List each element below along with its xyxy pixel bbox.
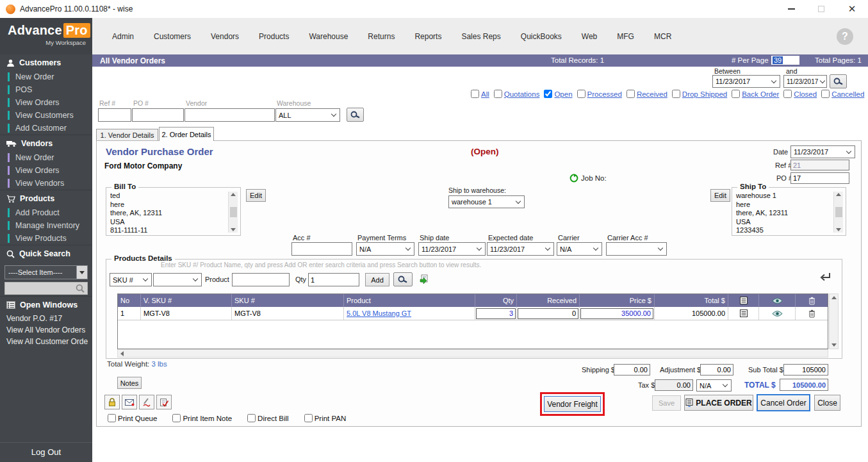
carrier-acc-select[interactable] — [606, 242, 667, 256]
filter-received[interactable]: Received — [626, 90, 667, 98]
filter-all[interactable]: All — [471, 90, 489, 98]
po-input[interactable] — [790, 172, 849, 184]
menu-products[interactable]: Products — [259, 32, 289, 41]
help-icon[interactable]: ? — [837, 28, 853, 45]
sidebar-item-add-customer[interactable]: Add Customer — [8, 122, 92, 135]
filter-open[interactable]: Open — [544, 90, 572, 98]
ref-search-input[interactable] — [98, 108, 131, 122]
close-window-button[interactable]: ✕ — [839, 0, 865, 18]
vendor-freight-button[interactable]: Vendor Freight — [544, 396, 601, 412]
row-view-button[interactable] — [759, 307, 796, 320]
sku-value-select[interactable] — [153, 273, 202, 286]
warehouse-select[interactable]: ALL — [275, 108, 340, 122]
per-page-input[interactable]: 39 — [771, 56, 799, 65]
direct-bill-checkbox[interactable] — [247, 414, 256, 422]
menu-admin[interactable]: Admin — [112, 32, 134, 41]
print-queue-option[interactable]: Print Queue — [108, 414, 157, 422]
vendor-search-input[interactable] — [184, 108, 275, 122]
menu-returns[interactable]: Returns — [368, 32, 395, 41]
filter-quotations[interactable]: Quotations — [494, 90, 540, 98]
sidebar-item-view-vendors[interactable]: View Vendors — [8, 177, 92, 190]
expected-date-select[interactable]: 11/23/2017 — [487, 242, 554, 256]
acc-input[interactable] — [291, 242, 352, 256]
row-delete-button[interactable] — [796, 307, 828, 320]
filter-cancelled-checkbox[interactable] — [821, 90, 830, 98]
print-item-note-checkbox[interactable] — [172, 414, 181, 422]
filter-received-checkbox[interactable] — [626, 90, 635, 98]
date-from-select[interactable]: 11/23/2017 — [712, 75, 780, 88]
filter-drop-shipped-checkbox[interactable] — [672, 90, 680, 98]
filter-cancelled[interactable]: Cancelled — [821, 90, 864, 98]
ship-to-warehouse-select[interactable]: warehouse 1 — [448, 195, 525, 208]
date-search-button[interactable] — [830, 74, 847, 88]
filter-processed[interactable]: Processed — [577, 90, 622, 98]
ship-to-scrollbar[interactable] — [833, 192, 843, 233]
place-order-button[interactable]: PLACE ORDER — [684, 395, 753, 411]
carrier-select[interactable]: N/A — [557, 242, 602, 256]
import-products-icon[interactable] — [419, 274, 429, 287]
menu-vendors[interactable]: Vendors — [211, 32, 239, 41]
payment-terms-select[interactable]: N/A — [356, 242, 414, 256]
filter-open-checkbox[interactable] — [544, 90, 552, 98]
po-search-input[interactable] — [132, 108, 184, 122]
notes-button[interactable]: Notes — [117, 377, 142, 389]
sidebar-item-view-customers[interactable]: View Customers — [8, 109, 92, 122]
filter-all-checkbox[interactable] — [471, 90, 479, 98]
menu-quickbooks[interactable]: QuickBooks — [521, 32, 562, 41]
table-vertical-scrollbar[interactable] — [829, 293, 839, 349]
orders-search-button[interactable] — [347, 108, 364, 122]
table-horizontal-scrollbar[interactable] — [117, 349, 828, 358]
logout-button[interactable]: Log Out — [0, 442, 92, 457]
filter-quotations-checkbox[interactable] — [494, 90, 502, 98]
direct-bill-option[interactable]: Direct Bill — [247, 414, 289, 422]
add-button[interactable]: Add — [365, 273, 389, 286]
menu-reports[interactable]: Reports — [414, 32, 441, 41]
open-window-vendor-po[interactable]: Vendor P.O. #17 — [0, 313, 92, 324]
sidebar-item-view-orders[interactable]: View Orders — [8, 96, 92, 109]
sidebar-header-vendors[interactable]: Vendors — [0, 135, 92, 151]
sidebar-item-vendor-new-order[interactable]: New Order — [8, 151, 92, 164]
print-pan-option[interactable]: Print PAN — [304, 414, 347, 422]
print-queue-checkbox[interactable] — [108, 414, 116, 422]
date-to-select[interactable]: 11/23/2017 — [783, 75, 827, 88]
ship-date-select[interactable]: 11/23/2017 — [418, 242, 486, 256]
order-date-select[interactable]: 11/23/2017 — [790, 145, 855, 158]
tab-vendor-details[interactable]: 1. Vendor Details — [96, 129, 158, 141]
minimize-button[interactable] — [778, 0, 804, 18]
print-check-button[interactable] — [156, 395, 172, 409]
cancel-order-button[interactable]: Cancel Order — [757, 394, 810, 411]
enter-icon[interactable] — [818, 272, 832, 286]
open-window-all-vendor-orders[interactable]: View All Vendor Orders — [0, 324, 92, 336]
cell-price[interactable]: 35000.00 — [580, 307, 655, 320]
quick-search-input[interactable] — [4, 282, 88, 295]
menu-web[interactable]: Web — [582, 32, 597, 41]
menu-warehouse[interactable]: Warehouse — [309, 32, 348, 41]
sidebar-item-view-products[interactable]: View Products — [8, 232, 92, 245]
tab-order-details[interactable]: 2. Order Details — [159, 127, 214, 141]
print-item-note-option[interactable]: Print Item Note — [172, 414, 232, 422]
menu-customers[interactable]: Customers — [154, 32, 191, 41]
tax-type-select[interactable]: N/A — [696, 379, 732, 392]
sidebar-item-pos[interactable]: POS — [8, 83, 92, 96]
signature-button[interactable] — [139, 395, 154, 409]
filter-drop-shipped[interactable]: Drop Shipped — [672, 90, 727, 98]
maximize-button[interactable] — [808, 0, 834, 18]
sidebar-item-manage-inventory[interactable]: Manage Inventory — [8, 219, 92, 232]
sidebar-item-add-product[interactable]: Add Product — [8, 206, 92, 219]
product-search-button[interactable] — [393, 272, 413, 286]
row-note-button[interactable] — [728, 307, 759, 320]
filter-back-order[interactable]: Back Order — [732, 90, 779, 98]
quick-search-select[interactable]: ----Select Item---- — [4, 265, 88, 279]
print-pan-checkbox[interactable] — [304, 414, 313, 422]
cell-qty[interactable]: 3 — [475, 307, 517, 320]
sidebar-item-vendor-view-orders[interactable]: View Orders — [8, 164, 92, 177]
close-button[interactable]: Close — [814, 395, 840, 411]
filter-back-order-checkbox[interactable] — [732, 90, 740, 98]
sku-mode-select[interactable]: SKU # — [110, 273, 152, 286]
open-window-all-customer-orders[interactable]: View All Customer Orde — [0, 336, 92, 347]
menu-mcr[interactable]: MCR — [654, 32, 671, 41]
product-link[interactable]: 5.0L V8 Mustang GT — [347, 309, 411, 317]
email-button[interactable] — [122, 395, 137, 409]
menu-mfg[interactable]: MFG — [617, 32, 634, 41]
bill-to-edit-button[interactable]: Edit — [246, 189, 266, 202]
